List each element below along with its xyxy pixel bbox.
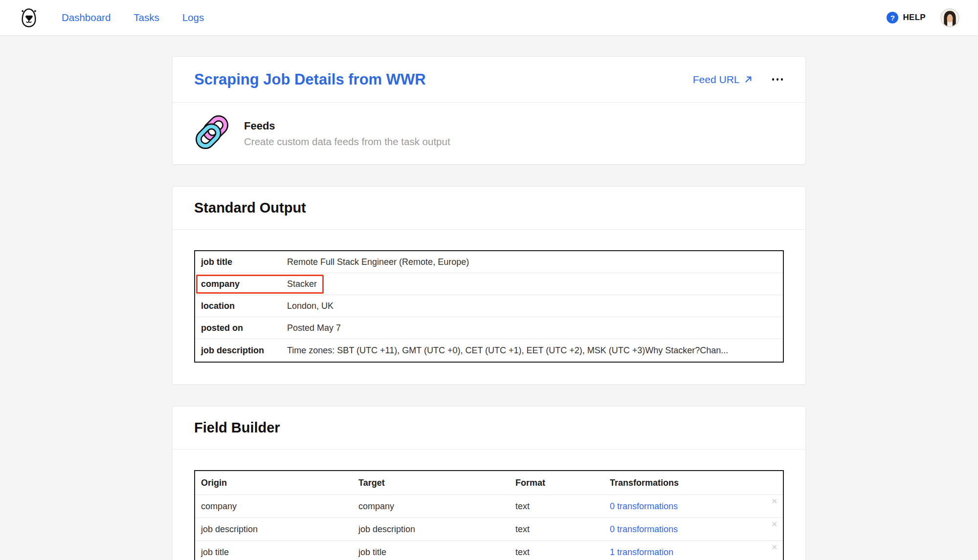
remove-field-icon[interactable]: ✕ [771,520,778,528]
row-label: posted on [201,323,287,333]
nav-logs[interactable]: Logs [182,12,204,23]
remove-field-icon[interactable]: ✕ [771,543,778,551]
transformations-link[interactable]: 0 transformations [610,524,678,534]
question-mark-icon: ? [887,12,898,23]
more-menu-icon[interactable] [771,75,784,84]
page-content: Scraping Job Details from WWR Feed URL [0,36,978,560]
format-cell: text [515,501,610,512]
remove-field-icon[interactable]: ✕ [771,497,778,505]
row-label: job description [201,345,287,356]
origin-cell: job title [201,547,358,558]
transformations-cell: 0 transformations [610,501,783,512]
feeds-subtitle: Create custom data feeds from the task o… [244,136,450,148]
field-builder-card: Field Builder Origin Target Format Trans… [172,406,806,560]
page-title: Scraping Job Details from WWR [194,71,426,88]
row-value: London, UK [287,301,333,311]
field-builder-column-headers: Origin Target Format Transformations [195,471,783,495]
table-row-company: company Stacker [195,273,783,295]
field-row-job-description: job description job description text 0 t… [195,518,783,541]
field-row-job-title: job title job title text 1 transformatio… [195,541,783,560]
format-cell: text [515,524,610,535]
feeds-text: Feeds Create custom data feeds from the … [244,120,450,148]
standard-output-title: Standard Output [194,200,306,216]
standard-output-card: Standard Output job title Remote Full St… [172,186,806,385]
column-header-target: Target [358,478,515,488]
help-button[interactable]: ? HELP [887,12,926,23]
column-header-transformations: Transformations [610,478,783,488]
target-cell: job title [358,547,515,558]
column-header-origin: Origin [201,478,358,488]
external-link-arrow-icon [744,75,753,84]
row-value: Stacker [287,279,317,289]
main-nav: Dashboard Tasks Logs [62,12,204,23]
nav-dashboard[interactable]: Dashboard [62,12,111,23]
transformations-cell: 1 transformation [610,547,783,558]
chain-link-icon [193,113,231,153]
table-row-posted-on: posted on Posted May 7 [195,317,783,339]
feed-url-link[interactable]: Feed URL [693,74,753,86]
target-cell: company [358,501,515,512]
transformations-cell: 0 transformations [610,524,783,535]
standard-output-header: Standard Output [173,187,805,229]
help-label: HELP [903,13,926,22]
row-label: location [201,301,287,311]
top-navigation-bar: Dashboard Tasks Logs ? HELP [0,0,978,36]
app-logo-bear-icon[interactable] [20,6,38,29]
row-value: Remote Full Stack Engineer (Remote, Euro… [287,257,469,267]
table-row-job-description: job description Time zones: SBT (UTC +11… [195,339,783,362]
target-cell: job description [358,524,515,535]
topbar-right: ? HELP [887,8,959,27]
origin-cell: company [201,501,358,512]
output-table: job title Remote Full Stack Engineer (Re… [194,250,784,363]
transformations-link[interactable]: 0 transformations [610,501,678,511]
row-label: job title [201,257,287,267]
row-value: Posted May 7 [287,323,341,333]
user-avatar[interactable] [940,8,959,27]
nav-tasks[interactable]: Tasks [133,12,159,23]
field-builder-table: Origin Target Format Transformations com… [194,470,784,560]
job-details-card: Scraping Job Details from WWR Feed URL [172,56,806,165]
standard-output-body: job title Remote Full Stack Engineer (Re… [173,230,805,384]
transformations-link[interactable]: 1 transformation [610,547,673,557]
row-value: Time zones: SBT (UTC +11), GMT (UTC +0),… [287,345,728,356]
feed-url-label: Feed URL [693,74,740,86]
table-row-location: location London, UK [195,295,783,317]
field-builder-header: Field Builder [173,407,805,449]
job-header-row: Scraping Job Details from WWR Feed URL [173,57,805,102]
column-header-format: Format [515,478,610,488]
field-row-company: company company text 0 transformations ✕ [195,495,783,518]
origin-cell: job description [201,524,358,535]
feeds-title: Feeds [244,120,450,132]
field-builder-title: Field Builder [194,420,280,436]
feeds-summary-row[interactable]: Feeds Create custom data feeds from the … [173,103,805,164]
format-cell: text [515,547,610,558]
table-row-job-title: job title Remote Full Stack Engineer (Re… [195,251,783,273]
job-actions: Feed URL [693,74,784,86]
field-builder-body: Origin Target Format Transformations com… [173,450,805,560]
row-label: company [201,279,287,289]
